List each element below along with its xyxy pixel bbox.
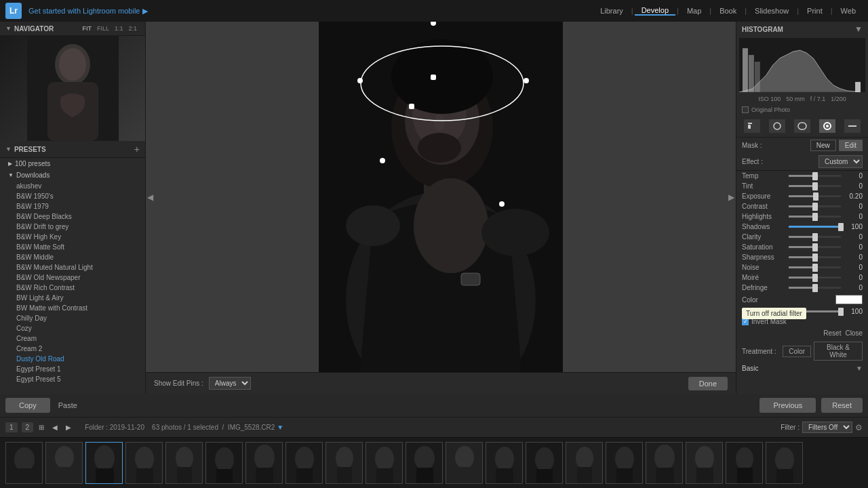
preset-akushev[interactable]: akushev xyxy=(0,181,145,191)
reset-button[interactable]: Reset xyxy=(823,329,841,337)
filmstrip-thumb-12[interactable] xyxy=(446,442,483,484)
get-started-link[interactable]: Get started with Lightroom mobile ▶ xyxy=(28,7,148,16)
radial-handle-right[interactable] xyxy=(524,78,529,83)
radial-handle-bottom-left[interactable] xyxy=(409,104,414,109)
preset-egyptpreset1[interactable]: Egypt Preset 1 xyxy=(0,364,145,374)
preset-bwmattewcontrast[interactable]: BW Matte with Contrast xyxy=(0,303,145,313)
filmstrip-thumb-11[interactable] xyxy=(406,442,443,484)
view-num-2[interactable]: 2 xyxy=(22,422,34,432)
nav-web[interactable]: Web xyxy=(834,7,863,15)
preset-bwoldnews[interactable]: B&W Old Newspaper xyxy=(0,272,145,283)
copy-button[interactable]: Copy xyxy=(5,398,50,413)
slider-highlights-track[interactable] xyxy=(789,216,841,218)
preset-chillyday[interactable]: Chilly Day xyxy=(0,313,145,323)
slider-contrast-track[interactable] xyxy=(789,205,841,207)
slider-shadows-track[interactable] xyxy=(789,226,841,228)
preset-bwdrift[interactable]: B&W Drift to grey xyxy=(0,222,145,232)
filter-dropdown[interactable]: Filters Off xyxy=(802,422,852,433)
filter-settings-icon[interactable]: ⚙ xyxy=(855,423,863,432)
filmstrip-thumb-5[interactable] xyxy=(165,442,203,484)
treatment-color-button[interactable]: Color xyxy=(783,346,811,357)
nav-2to1[interactable]: 2:1 xyxy=(125,24,140,33)
filmstrip-thumb-3[interactable] xyxy=(85,442,123,484)
filmstrip-thumb-8[interactable] xyxy=(285,442,323,484)
presets-header[interactable]: ▼ Presets + xyxy=(0,141,145,158)
preset-group-downloads-header[interactable]: ▼ Downloads xyxy=(0,169,145,181)
effect-dropdown[interactable]: Custom xyxy=(818,155,863,168)
slider-sharpness-track[interactable] xyxy=(789,256,841,258)
preset-bwhighkey[interactable]: B&W High Key xyxy=(0,232,145,242)
mask-brush-tool[interactable] xyxy=(744,119,760,133)
radial-handle-center[interactable] xyxy=(431,75,436,80)
original-photo-checkbox[interactable] xyxy=(742,106,749,113)
preset-egyptpreset5[interactable]: Egypt Preset 5 xyxy=(0,374,145,384)
invert-checkbox[interactable]: ✓ xyxy=(742,319,749,325)
filmstrip-thumb-2[interactable] xyxy=(45,442,83,484)
preset-bw1979[interactable]: B&W 1979 xyxy=(0,201,145,211)
filmstrip-thumb-1[interactable] xyxy=(5,442,43,484)
left-panel-toggle[interactable]: ◀ xyxy=(146,187,155,207)
slider-tint-track[interactable] xyxy=(789,185,841,187)
mask-edit-button[interactable]: Edit xyxy=(839,140,863,151)
treatment-bw-button[interactable]: Black & White xyxy=(814,342,863,361)
slider-temp-track[interactable] xyxy=(789,175,841,177)
preset-cream2[interactable]: Cream 2 xyxy=(0,344,145,354)
add-preset-icon[interactable]: + xyxy=(134,144,140,155)
nav-print[interactable]: Print xyxy=(800,7,829,15)
preset-bwlightairy[interactable]: BW Light & Airy xyxy=(0,293,145,303)
nav-slideshow[interactable]: Slideshow xyxy=(748,7,795,15)
pins-dropdown[interactable]: Always xyxy=(209,377,251,390)
slider-exposure-track[interactable] xyxy=(789,195,841,197)
paste-button[interactable]: Paste xyxy=(50,398,85,413)
filmstrip-thumb-14[interactable] xyxy=(526,442,563,484)
previous-button[interactable]: Previous xyxy=(760,398,816,413)
canvas-area[interactable]: ◀ ▶ xyxy=(146,22,736,372)
preset-bwdeepblacks[interactable]: B&W Deep Blacks xyxy=(0,211,145,222)
slider-moire-track[interactable] xyxy=(789,277,841,279)
nav-fill[interactable]: FILL xyxy=(94,24,112,33)
nav-fit[interactable]: FIT xyxy=(79,24,94,33)
preset-bwmiddle[interactable]: B&W Middle xyxy=(0,252,145,262)
filmstrip-thumb-13[interactable] xyxy=(486,442,523,484)
filmstrip-thumb-17[interactable] xyxy=(646,442,683,484)
right-panel-toggle[interactable]: ▶ xyxy=(727,187,736,207)
preset-dustyoldroad[interactable]: Dusty Old Road xyxy=(0,354,145,364)
histogram-header[interactable]: Histogram ▼ xyxy=(736,22,868,37)
navigator-header[interactable]: ▼ Navigator FIT FILL 1:1 2:1 xyxy=(0,22,145,36)
preset-bwmuted[interactable]: B&W Muted Natural Light xyxy=(0,262,145,272)
filmstrip-thumb-6[interactable] xyxy=(205,442,243,484)
filmstrip-thumb-20[interactable] xyxy=(766,442,803,484)
filmstrip-thumb-4[interactable] xyxy=(125,442,163,484)
view-num-1[interactable]: 1 xyxy=(5,422,18,432)
done-button[interactable]: Done xyxy=(688,377,728,390)
mask-new-button[interactable]: New xyxy=(810,140,836,151)
mask-erase-tool[interactable] xyxy=(844,119,861,133)
preset-cozy[interactable]: Cozy xyxy=(0,323,145,333)
preset-bwrichcontrast[interactable]: B&W Rich Contrast xyxy=(0,283,145,293)
filmstrip-thumb-7[interactable] xyxy=(245,442,283,484)
nav-book[interactable]: Book xyxy=(713,7,743,15)
basic-row[interactable]: Basic ▼ xyxy=(736,363,868,374)
radial-handle-dot1[interactable] xyxy=(380,158,385,163)
filmstrip-thumb-15[interactable] xyxy=(566,442,603,484)
grid-view-button[interactable]: ⊞ xyxy=(36,422,47,432)
color-swatch[interactable] xyxy=(835,295,863,304)
preset-cream[interactable]: Cream xyxy=(0,333,145,344)
mask-linear-gradient-tool[interactable] xyxy=(769,119,785,133)
radial-handle-left[interactable] xyxy=(357,78,363,83)
filmstrip-thumb-9[interactable] xyxy=(326,442,363,484)
preset-bw1950s[interactable]: B&W 1950's xyxy=(0,191,145,201)
slider-noise-track[interactable] xyxy=(789,266,841,268)
filmstrip-thumb-19[interactable] xyxy=(726,442,763,484)
slider-clarity-track[interactable] xyxy=(789,236,841,238)
mask-radial-gradient-tool[interactable] xyxy=(794,119,810,133)
reset-develop-button[interactable]: Reset xyxy=(821,398,863,413)
filmstrip-thumb-18[interactable] xyxy=(686,442,723,484)
prev-nav-button[interactable]: ◀ xyxy=(50,422,60,432)
next-nav-button[interactable]: ▶ xyxy=(63,422,74,432)
preset-group-100-presets[interactable]: ▶ 100 presets xyxy=(0,158,145,169)
slider-saturation-track[interactable] xyxy=(789,246,841,248)
nav-develop[interactable]: Develop xyxy=(635,6,675,16)
slider-defringe-track[interactable] xyxy=(789,287,841,289)
original-photo-row[interactable]: Original Photo xyxy=(736,104,868,115)
